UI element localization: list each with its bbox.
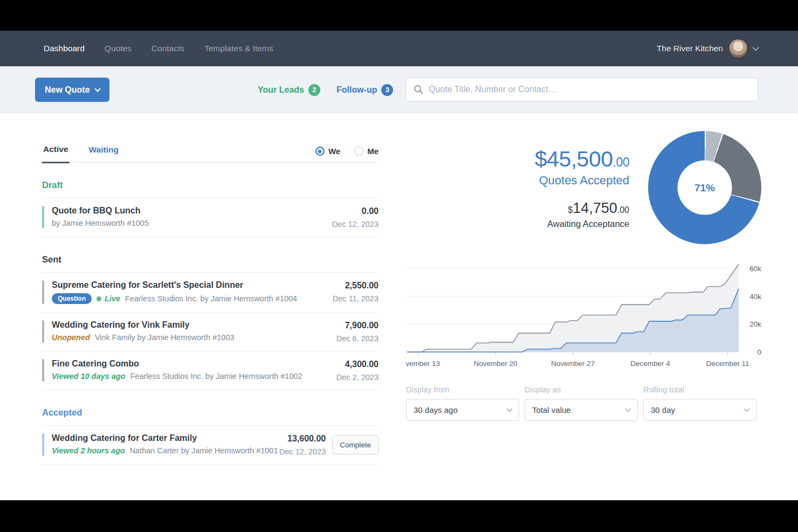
search-box[interactable] [405, 78, 758, 101]
control-select[interactable]: 30 days ago [406, 399, 519, 421]
your-leads-count-badge: 2 [308, 84, 320, 96]
quote-date: Dec 6, 2023 [336, 334, 379, 343]
quote-amount: 0.00 [332, 206, 379, 216]
nav-item-contacts[interactable]: Contacts [152, 44, 184, 53]
quote-sections: DraftQuote for BBQ Lunchby Jamie Hemswor… [42, 180, 379, 465]
quote-subtitle: Fearless Studios Inc. by Jamie Hemsworth… [125, 294, 297, 303]
filter-me-label: Me [367, 147, 379, 156]
accepted-amount: $45,500.00 [406, 147, 629, 172]
row-accent-bar [42, 280, 44, 304]
toolbar: New Quote Your Leads 2 Follow-up 3 [0, 66, 798, 113]
nav-item-dashboard[interactable]: Dashboard [44, 44, 85, 53]
your-leads-label: Your Leads [258, 85, 304, 95]
quote-row-body: Fine Catering ComboViewed 10 days agoFea… [52, 359, 302, 381]
new-quote-label: New Quote [45, 85, 90, 95]
quote-amount-block: 2,550.00Dec 11, 2023 [333, 280, 379, 303]
quote-row[interactable]: Fine Catering ComboViewed 10 days agoFea… [42, 351, 379, 390]
chevron-down-icon [752, 44, 759, 51]
viewed-status: Viewed 2 hours ago [52, 446, 125, 455]
quote-row-body: Quote for BBQ Lunchby Jamie Hemsworth #1… [52, 206, 149, 227]
quote-row[interactable]: Wedding Catering for Vink FamilyUnopened… [42, 313, 379, 351]
tab-waiting[interactable]: Waiting [88, 142, 120, 162]
analytics-panel: $45,500.00 Quotes Accepted $14,750.00 Aw… [406, 131, 763, 421]
quote-date: Dec 12, 2023 [279, 447, 326, 456]
status-badge: Question [52, 293, 92, 304]
quote-amount: 4,300.00 [336, 360, 379, 369]
section-heading: Sent [42, 254, 379, 265]
control-select[interactable]: 30 day [643, 399, 756, 421]
filter-we-label: We [328, 147, 340, 156]
stats-block: $45,500.00 Quotes Accepted $14,750.00 Aw… [406, 147, 648, 229]
control-value: 30 day [651, 405, 675, 414]
quote-row[interactable]: Supreme Catering for Scarlett's Special … [42, 273, 379, 313]
quote-amount-block: 0.00Dec 12, 2023 [332, 206, 379, 229]
quote-amount: 13,600.00 [279, 434, 326, 444]
quote-date: Dec 2, 2023 [336, 373, 379, 382]
quote-amount: 2,550.00 [333, 281, 379, 291]
chevron-down-icon [506, 406, 512, 412]
accepted-label: Quotes Accepted [406, 174, 629, 188]
new-quote-button[interactable]: New Quote [35, 78, 109, 102]
chevron-down-icon [94, 86, 100, 92]
follow-up-link[interactable]: Follow-up 3 [336, 84, 394, 96]
y-axis-label: 0 [757, 348, 761, 356]
x-axis-label: December 4 [630, 360, 670, 368]
nav-item-templates-items[interactable]: Templates & Items [204, 44, 273, 53]
tab-active[interactable]: Active [42, 141, 70, 163]
x-axis-label: November 20 [473, 360, 517, 368]
y-axis-label: 20k [749, 320, 761, 328]
quote-title: Wedding Catering for Carter Family [52, 433, 278, 443]
main-content: Active Waiting We Me DraftQuote for BBQ … [0, 113, 798, 500]
x-axis-label: December 11 [706, 360, 749, 368]
quote-date: Dec 11, 2023 [333, 294, 379, 303]
stats-and-donut: $45,500.00 Quotes Accepted $14,750.00 Aw… [406, 131, 763, 244]
follow-up-count-badge: 3 [381, 84, 393, 96]
follow-up-label: Follow-up [336, 85, 377, 95]
quote-subtitle: Vink Family by Jamie Hemsworth #1003 [95, 333, 234, 342]
quote-subtitle: Fearless Studios Inc. by Jamie Hemsworth… [130, 372, 302, 381]
quote-row[interactable]: Wedding Catering for Carter FamilyViewed… [42, 426, 379, 465]
control-value: Total value [532, 405, 571, 414]
control-rolling-total: Rolling total30 day [643, 385, 756, 421]
avatar [728, 39, 748, 58]
control-select[interactable]: Total value [525, 399, 638, 421]
quote-title: Quote for BBQ Lunch [52, 206, 149, 216]
filter-we[interactable]: We [315, 147, 340, 156]
your-leads-link[interactable]: Your Leads 2 [258, 84, 320, 96]
quote-date: Dec 12, 2023 [332, 220, 379, 229]
quote-amount-block: 4,300.00Dec 2, 2023 [336, 359, 379, 382]
quote-row[interactable]: Quote for BBQ Lunchby Jamie Hemsworth #1… [42, 198, 379, 237]
quote-subtitle: by Jamie Hemsworth #1005 [52, 219, 149, 227]
x-axis-label: November 27 [551, 360, 595, 368]
awaiting-label: Awaiting Acceptance [406, 219, 629, 229]
filter-me[interactable]: Me [354, 147, 379, 156]
account-name: The River Kitchen [657, 44, 723, 53]
y-axis-label: 60k [749, 265, 761, 273]
radio-selected-icon[interactable] [315, 147, 325, 156]
section-draft: DraftQuote for BBQ Lunchby Jamie Hemswor… [42, 180, 379, 237]
search-input[interactable] [429, 85, 750, 94]
tabs-row: Active Waiting We Me [42, 141, 379, 163]
section-rows: Wedding Catering for Carter FamilyViewed… [42, 425, 379, 465]
quote-row-body: Wedding Catering for Carter FamilyViewed… [52, 433, 278, 455]
top-nav: DashboardQuotesContactsTemplates & Items… [0, 31, 798, 66]
control-label: Rolling total [643, 385, 756, 394]
x-axis-label: November 13 [406, 360, 440, 368]
complete-button[interactable]: Complete [332, 436, 379, 454]
viewed-status: Viewed 10 days ago [52, 372, 125, 381]
nav-item-quotes[interactable]: Quotes [105, 44, 132, 53]
section-heading: Accepted [42, 407, 379, 418]
quote-meta: Viewed 2 hours agoNathan Carter by Jamie… [52, 446, 278, 455]
donut-chart: 71% [648, 131, 761, 244]
row-accent-bar [42, 433, 44, 456]
quote-meta: by Jamie Hemsworth #1005 [52, 219, 149, 227]
chart-controls: Display from30 days agoDisplay asTotal v… [406, 385, 763, 421]
letterbox-top [0, 0, 798, 31]
quote-meta: UnopenedVink Family by Jamie Hemsworth #… [52, 333, 234, 342]
account-menu[interactable]: The River Kitchen [657, 39, 758, 58]
radio-unselected-icon[interactable] [354, 147, 363, 156]
quote-amount: 7,900.00 [336, 321, 379, 330]
donut-center-label: 71% [694, 182, 715, 194]
row-accent-bar [42, 359, 44, 382]
y-axis-label: 40k [749, 293, 761, 301]
